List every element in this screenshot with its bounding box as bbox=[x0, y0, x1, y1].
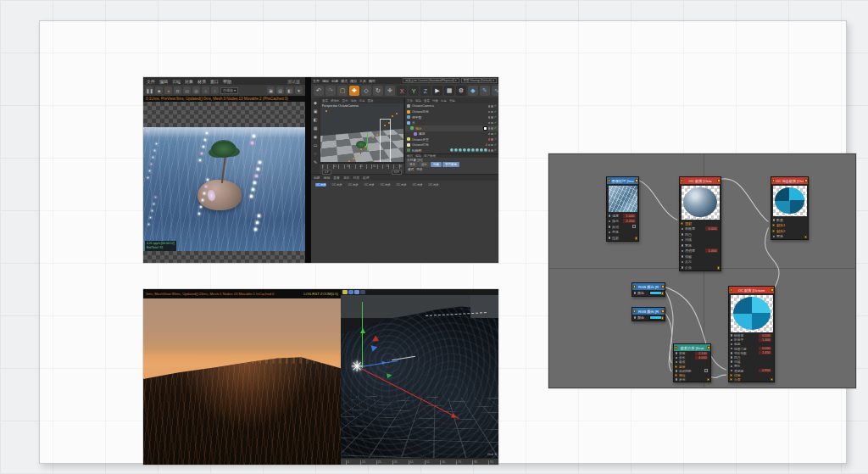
move-tool-icon[interactable] bbox=[348, 290, 353, 294]
edges-mode-icon[interactable]: ◧ bbox=[312, 116, 319, 123]
param-pin[interactable] bbox=[609, 220, 611, 223]
enabled-check[interactable]: ✓ bbox=[494, 132, 497, 136]
render-dot[interactable] bbox=[491, 144, 493, 147]
whiteboard-canvas[interactable]: 文件编辑云端对象材质窗口帮助 测试版 ❚❚■●◘▭◎☼○ 自适应 ▾ ▣▤◧▼ … bbox=[39, 20, 847, 464]
enabled-check[interactable]: ✓ bbox=[494, 143, 497, 147]
object-toggles[interactable]: ✓ bbox=[488, 121, 497, 125]
scattering-medium-node[interactable]: 散射介质 [Scat密度2.100步长4.000吸收散射体积阴影相位发光 bbox=[673, 343, 711, 382]
param-pin[interactable] bbox=[772, 230, 775, 232]
pause-icon[interactable]: ❚❚ bbox=[146, 86, 153, 94]
light-object-icon[interactable]: ✳ bbox=[351, 358, 363, 376]
param-pin[interactable] bbox=[682, 233, 684, 236]
oc-mix-material-node[interactable]: OC 混合材质 [Oct数量材质1材质2置换 bbox=[771, 176, 809, 240]
menu-item[interactable]: 查看 bbox=[333, 176, 340, 180]
c4d-viewport[interactable]: 查看摄像机显示选项过滤面板 Perspective OctaneCamera bbox=[320, 98, 404, 163]
render-dot[interactable] bbox=[491, 127, 493, 130]
input-pin[interactable] bbox=[633, 309, 637, 313]
enabled-check[interactable]: ✓ bbox=[494, 110, 497, 114]
output-pin[interactable] bbox=[707, 346, 710, 349]
param-pin[interactable] bbox=[609, 231, 611, 234]
visibility-dot[interactable] bbox=[488, 111, 491, 114]
render-dot[interactable] bbox=[491, 149, 493, 152]
object-toggles[interactable]: ✓ bbox=[450, 148, 497, 152]
node-title[interactable]: OC 材质 [Octa bbox=[680, 177, 721, 184]
render-dot[interactable] bbox=[491, 133, 493, 136]
oc-material-water-node[interactable]: OC 材质 [Octane粗糙度0.000折射率1.300色散镜面亮度0.000… bbox=[728, 286, 775, 382]
param-pin[interactable] bbox=[609, 226, 611, 228]
object-row-棕榈树[interactable]: 棕榈树✓ bbox=[405, 148, 498, 153]
param-pin[interactable] bbox=[731, 348, 733, 350]
enabled-check[interactable]: ✕ bbox=[494, 137, 497, 141]
object-toggles[interactable]: ✓ bbox=[488, 132, 497, 136]
snap-tool-icon[interactable] bbox=[342, 290, 348, 294]
node-param-颜色[interactable]: 颜色 bbox=[632, 290, 665, 296]
param-pin[interactable] bbox=[682, 255, 684, 258]
image-icon[interactable]: ◧ bbox=[286, 86, 293, 94]
input-pin[interactable] bbox=[608, 179, 611, 182]
param-pin[interactable] bbox=[772, 224, 775, 226]
brush-icon[interactable]: ✎ bbox=[312, 159, 319, 165]
input-pin[interactable] bbox=[681, 179, 684, 182]
layout-dropdown[interactable]: 界面 Startup (Default) ▾ bbox=[461, 78, 497, 83]
material-thumbnail[interactable]: OC 材质 bbox=[362, 182, 376, 187]
visibility-dot[interactable] bbox=[488, 127, 491, 130]
material-thumbnail[interactable]: OC 材质 bbox=[410, 182, 425, 187]
param-value[interactable]: 1.300 bbox=[759, 338, 771, 342]
param-pin[interactable] bbox=[682, 261, 684, 264]
material-thumbnail[interactable]: OC 材质 bbox=[378, 182, 392, 187]
menu-item[interactable]: 查看 bbox=[424, 99, 430, 103]
octane-node-editor[interactable]: 图像纹理 [Ima强度1.000伽马2.200反转变换投射OC 材质 [Octa… bbox=[548, 153, 856, 388]
param-value[interactable]: 4.000 bbox=[695, 356, 708, 360]
cube-primitive-icon[interactable]: ◆ bbox=[468, 86, 478, 96]
menu-item[interactable]: 标签 bbox=[441, 99, 447, 103]
texture-tag-icon[interactable] bbox=[459, 148, 462, 152]
output-pin[interactable] bbox=[661, 285, 665, 288]
menu-item[interactable]: 帮助 bbox=[223, 79, 231, 84]
output-pin[interactable] bbox=[635, 179, 638, 182]
lock-icon[interactable]: ◘ bbox=[174, 86, 181, 94]
menu-item[interactable]: 模拟 bbox=[350, 79, 357, 83]
node-corner-pin[interactable] bbox=[717, 266, 721, 270]
model-mode-icon[interactable]: ◆ bbox=[312, 99, 319, 106]
node-corner-pin[interactable] bbox=[661, 316, 665, 320]
texture-mode-icon[interactable]: ◉ bbox=[312, 133, 319, 140]
output-pin[interactable] bbox=[717, 179, 721, 182]
visibility-dot[interactable] bbox=[488, 149, 491, 152]
node-corner-pin[interactable] bbox=[635, 237, 638, 240]
texture-tag-icon[interactable] bbox=[450, 148, 453, 152]
render-dot[interactable] bbox=[491, 122, 493, 125]
render-dot[interactable] bbox=[491, 138, 493, 141]
param-pin[interactable] bbox=[730, 374, 732, 376]
param-value[interactable]: 1.450 bbox=[759, 351, 771, 354]
menu-item[interactable]: 模式 bbox=[341, 79, 348, 83]
param-pin[interactable] bbox=[676, 357, 678, 360]
param-pin[interactable] bbox=[676, 370, 678, 372]
undo-icon[interactable]: ↶ bbox=[314, 86, 324, 96]
texture-tag-icon[interactable] bbox=[454, 148, 458, 152]
object-toggles[interactable]: ✓ bbox=[488, 104, 497, 108]
param-checkbox[interactable] bbox=[704, 369, 708, 372]
texture-tag-icon[interactable] bbox=[476, 148, 479, 152]
param-pin[interactable] bbox=[731, 370, 733, 372]
visibility-dot[interactable] bbox=[488, 138, 491, 141]
object-toggles[interactable]: ✓ bbox=[483, 126, 497, 131]
param-pin[interactable] bbox=[731, 334, 733, 337]
enabled-check[interactable]: ✓ bbox=[494, 115, 497, 119]
menu-item[interactable]: 文件 bbox=[147, 79, 155, 84]
menu-item[interactable]: 文件 bbox=[313, 79, 320, 83]
texture-tag-icon[interactable] bbox=[484, 148, 487, 152]
param-pin[interactable] bbox=[731, 365, 733, 368]
param-value[interactable]: 2.200 bbox=[623, 219, 636, 223]
pick-icon[interactable]: ◎ bbox=[192, 86, 200, 94]
scale-tool-icon[interactable] bbox=[354, 290, 359, 294]
param-pin[interactable] bbox=[682, 239, 684, 242]
input-pin[interactable] bbox=[730, 288, 733, 292]
node-param-颜色[interactable]: 颜色 bbox=[632, 315, 665, 321]
param-pin[interactable] bbox=[681, 222, 683, 225]
texture-tag-icon[interactable] bbox=[480, 148, 483, 152]
enabled-check[interactable]: ✓ bbox=[494, 104, 497, 108]
enabled-check[interactable]: ✓ bbox=[494, 121, 497, 125]
param-pin[interactable] bbox=[675, 365, 677, 368]
enabled-check[interactable]: ✓ bbox=[494, 126, 497, 130]
param-checkbox[interactable] bbox=[632, 225, 636, 228]
